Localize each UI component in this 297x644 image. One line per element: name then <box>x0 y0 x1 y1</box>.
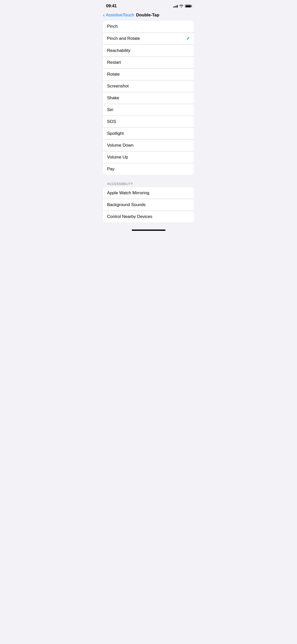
back-chevron-icon: ‹ <box>103 12 105 17</box>
list-item-label: Siri <box>107 107 113 112</box>
list-item-label: Volume Up <box>107 155 128 160</box>
list-item-label: Screenshot <box>107 84 129 89</box>
signal-bar-4 <box>177 5 178 8</box>
list-item-label: Pinch <box>107 24 118 29</box>
list-item-label: Apple Watch Mirroring <box>107 190 149 196</box>
list-item-sos[interactable]: SOS <box>103 116 194 128</box>
checkmark-icon: ✓ <box>186 36 190 41</box>
list-item-apple-watch-mirroring[interactable]: Apple Watch Mirroring <box>103 187 194 199</box>
list-item-label: Pay <box>107 167 114 172</box>
list-item-control-nearby-devices[interactable]: Control Nearby Devices <box>103 211 194 222</box>
list-item-label: Volume Down <box>107 143 134 148</box>
list-item-screenshot[interactable]: Screenshot <box>103 80 194 92</box>
home-bar <box>132 230 166 231</box>
list-item-siri[interactable]: Siri <box>103 104 194 116</box>
list-item-shake[interactable]: Shake <box>103 92 194 104</box>
nav-bar: ‹ AssistiveTouch Double-Tap <box>99 11 198 21</box>
page-title: Double-Tap <box>136 13 159 18</box>
list-item-label: Pinch and Rotate <box>107 36 140 41</box>
list-item-label: Shake <box>107 95 119 101</box>
accessibility-list: Apple Watch Mirroring Background Sounds … <box>103 187 194 222</box>
back-button[interactable]: ‹ AssistiveTouch <box>103 13 134 18</box>
list-item-label: Background Sounds <box>107 202 146 207</box>
wifi-icon <box>179 5 183 8</box>
list-item-label: Spotlight <box>107 131 124 136</box>
status-time: 09:41 <box>106 4 117 9</box>
list-item-label: Control Nearby Devices <box>107 214 152 219</box>
list-item-label: Restart <box>107 60 121 65</box>
list-item-reachability[interactable]: Reachability <box>103 45 194 57</box>
status-bar: 09:41 <box>99 0 198 11</box>
signal-bar-1 <box>173 7 174 8</box>
signal-bar-2 <box>175 6 175 8</box>
list-item-volume-up[interactable]: Volume Up <box>103 151 194 163</box>
home-indicator <box>99 228 198 233</box>
back-label: AssistiveTouch <box>106 13 134 18</box>
list-item-label: SOS <box>107 119 116 124</box>
list-item-pinch-and-rotate[interactable]: Pinch and Rotate ✓ <box>103 33 194 45</box>
battery-icon <box>185 5 192 8</box>
signal-bars-icon <box>173 5 178 8</box>
list-item-restart[interactable]: Restart <box>103 57 194 69</box>
list-item-spotlight[interactable]: Spotlight <box>103 128 194 140</box>
main-options-list: Pinch Pinch and Rotate ✓ Reachability Re… <box>103 21 194 175</box>
list-item-label: Rotate <box>107 72 120 77</box>
list-item-background-sounds[interactable]: Background Sounds <box>103 199 194 211</box>
accessibility-section: ACCESSIBILITY Apple Watch Mirroring Back… <box>99 180 198 222</box>
list-item-volume-down[interactable]: Volume Down <box>103 140 194 151</box>
accessibility-section-header: ACCESSIBILITY <box>99 180 198 187</box>
signal-bar-3 <box>176 6 177 8</box>
list-item-label: Reachability <box>107 48 130 53</box>
list-item-pinch[interactable]: Pinch <box>103 21 194 33</box>
list-item-apple-pay[interactable]: Pay <box>103 163 194 175</box>
status-icons <box>173 5 192 8</box>
list-item-rotate[interactable]: Rotate <box>103 69 194 80</box>
